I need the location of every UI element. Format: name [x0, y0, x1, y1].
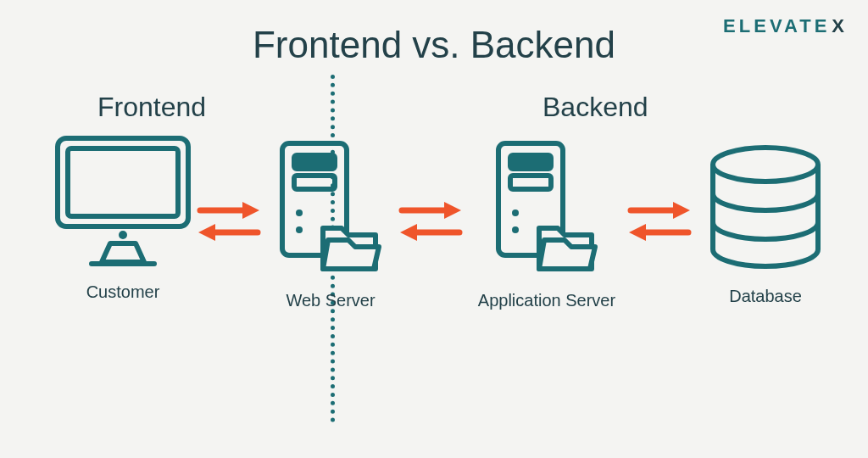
- svg-marker-22: [400, 224, 417, 241]
- svg-point-14: [713, 148, 818, 182]
- brand-suffix: X: [832, 15, 844, 36]
- svg-point-8: [296, 226, 303, 233]
- svg-marker-18: [198, 224, 215, 241]
- node-web-server-label: Web Server: [267, 291, 394, 310]
- node-app-server: Application Server: [470, 140, 623, 310]
- svg-rect-6: [294, 176, 335, 189]
- arrows-customer-webserver: [195, 195, 263, 246]
- svg-rect-5: [294, 155, 335, 169]
- node-web-server: Web Server: [267, 140, 394, 310]
- svg-rect-1: [68, 148, 178, 216]
- monitor-icon: [51, 131, 195, 267]
- node-database: Database: [693, 144, 837, 306]
- node-database-label: Database: [693, 287, 837, 306]
- svg-marker-20: [444, 202, 461, 219]
- svg-point-2: [119, 231, 127, 239]
- server-folder-icon: [275, 140, 386, 276]
- svg-point-13: [512, 226, 519, 233]
- svg-point-7: [296, 209, 303, 216]
- svg-rect-11: [510, 176, 551, 189]
- brand-logo: ELEVATEX: [723, 15, 844, 37]
- server-folder-icon: [492, 140, 602, 276]
- svg-rect-10: [510, 155, 551, 169]
- section-backend-label: Backend: [542, 92, 648, 123]
- node-app-server-label: Application Server: [470, 291, 623, 310]
- svg-marker-16: [242, 202, 259, 219]
- section-frontend-label: Frontend: [97, 92, 206, 123]
- node-customer: Customer: [47, 131, 199, 302]
- svg-marker-26: [629, 224, 646, 241]
- diagram-title: Frontend vs. Backend: [253, 24, 615, 66]
- svg-point-12: [512, 209, 519, 216]
- arrows-webserver-appserver: [397, 195, 465, 246]
- brand-name: ELEVATE: [723, 15, 830, 36]
- arrows-appserver-database: [626, 195, 693, 246]
- svg-marker-24: [673, 202, 690, 219]
- database-icon: [702, 144, 829, 271]
- svg-rect-0: [58, 138, 188, 226]
- node-customer-label: Customer: [47, 282, 199, 302]
